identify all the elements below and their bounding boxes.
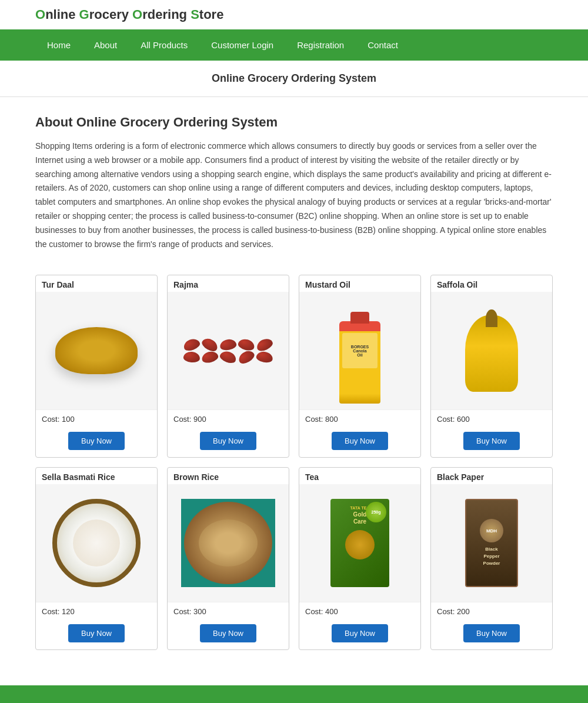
- buy-btn-row-tea: Buy Now: [299, 621, 420, 649]
- rajma-bean-9: [236, 348, 256, 366]
- brown-rice-bowl: [184, 502, 272, 584]
- product-image-tur-daal: [36, 292, 157, 409]
- product-name-mustard-oil: Mustard Oil: [299, 275, 420, 292]
- about-title: About Online Grocery Ordering System: [35, 115, 553, 130]
- nav-about[interactable]: About: [82, 29, 129, 61]
- bottle-cap: [350, 312, 369, 324]
- product-cost-rajma: Cost: 900: [168, 409, 289, 428]
- product-card-brown-rice: Brown Rice Cost: 300 Buy Now: [167, 467, 289, 650]
- buy-button-saffola-oil[interactable]: Buy Now: [463, 432, 520, 450]
- product-name-rajma: Rajma: [168, 275, 289, 292]
- product-cost-tea: Cost: 400: [299, 602, 420, 621]
- buy-btn-row-rajma: Buy Now: [168, 428, 289, 457]
- nav-home[interactable]: Home: [35, 29, 82, 61]
- footer: Copyright © All rights reserved: [0, 685, 588, 703]
- buy-btn-row-brown-rice: Buy Now: [168, 621, 289, 649]
- tea-cup: [345, 530, 375, 559]
- product-cost-sella-rice: Cost: 120: [36, 602, 157, 621]
- buy-button-mustard-oil[interactable]: Buy Now: [332, 432, 388, 450]
- rajma-bean-7: [201, 350, 219, 365]
- rice-center: [73, 519, 120, 567]
- product-label-text: BlackPepperPowder: [483, 546, 500, 567]
- nav-all-products[interactable]: All Products: [129, 29, 199, 61]
- rajma-bean-8: [219, 349, 238, 365]
- rajma-bean-10: [256, 351, 274, 364]
- product-image-brown-rice: [168, 484, 289, 602]
- tea-name: GoldCare: [353, 511, 367, 525]
- nav-registration[interactable]: Registration: [285, 29, 356, 61]
- rice-in-bowl: [199, 519, 258, 567]
- buy-btn-row-mustard-oil: Buy Now: [299, 428, 420, 457]
- product-name-saffola-oil: Saffola Oil: [431, 275, 552, 292]
- buy-button-sella-rice[interactable]: Buy Now: [68, 624, 125, 642]
- product-card-black-paper: Black Paper MDH BlackPepperPowder Cost: …: [430, 467, 553, 650]
- product-image-sella-rice: [36, 484, 157, 602]
- buy-btn-row-saffola-oil: Buy Now: [431, 428, 552, 457]
- about-paragraph: Shopping Items ordering is a form of ele…: [35, 139, 553, 251]
- rajma-bean-3: [219, 338, 238, 352]
- tea-badge: 250g: [366, 502, 386, 522]
- buy-btn-row-tur-daal: Buy Now: [36, 428, 157, 457]
- site-title: Online Grocery Ordering Store: [0, 0, 588, 29]
- saffola-bottle-visual: [465, 309, 518, 392]
- title-letter-o2: O: [132, 7, 142, 22]
- title-letter-o: O: [35, 7, 45, 22]
- buy-btn-row-sella-rice: Buy Now: [36, 621, 157, 649]
- rajma-bean-1: [182, 337, 201, 352]
- product-image-mustard-oil: BORGESCanolaOil: [299, 292, 420, 409]
- mustard-bottle-visual: BORGESCanolaOil: [339, 321, 380, 404]
- about-section: About Online Grocery Ordering System Sho…: [0, 97, 588, 269]
- buy-button-brown-rice[interactable]: Buy Now: [200, 624, 256, 642]
- products-grid: Tur Daal Cost: 100 Buy Now Rajma: [0, 269, 588, 668]
- product-name-sella-rice: Sella Basmati Rice: [36, 468, 157, 484]
- product-image-tea: 250g TATA TEA GoldCare: [299, 484, 420, 602]
- product-cost-black-paper: Cost: 200: [431, 602, 552, 621]
- buy-btn-row-black-paper: Buy Now: [431, 621, 552, 649]
- rajma-bean-5: [255, 336, 275, 353]
- title-letter-s: S: [191, 7, 199, 22]
- buy-button-rajma[interactable]: Buy Now: [200, 432, 256, 450]
- bottle-label: BORGESCanolaOil: [342, 333, 377, 368]
- product-image-rajma: [168, 292, 289, 409]
- rajma-visual: [181, 339, 275, 362]
- black-paper-box-visual: MDH BlackPepperPowder: [465, 499, 518, 587]
- rajma-bean-6: [183, 351, 200, 363]
- page-heading: Online Grocery Ordering System: [0, 61, 588, 97]
- product-image-saffola-oil: [431, 292, 552, 409]
- buy-button-tea[interactable]: Buy Now: [332, 624, 388, 642]
- rajma-bean-4: [237, 338, 256, 352]
- product-card-rajma: Rajma Cost: 900 Buy Now: [167, 275, 289, 458]
- product-cost-saffola-oil: Cost: 600: [431, 409, 552, 428]
- product-card-sella-rice: Sella Basmati Rice Cost: 120 Buy Now: [35, 467, 158, 650]
- sella-rice-visual: [52, 499, 141, 587]
- product-cost-mustard-oil: Cost: 800: [299, 409, 420, 428]
- brand-logo-area: MDH: [480, 519, 503, 542]
- product-name-black-paper: Black Paper: [431, 468, 552, 484]
- buy-button-tur-daal[interactable]: Buy Now: [68, 432, 125, 450]
- product-cost-brown-rice: Cost: 300: [168, 602, 289, 621]
- main-nav: Home About All Products Customer Login R…: [0, 29, 588, 61]
- rajma-bean-2: [200, 336, 219, 354]
- product-name-tur-daal: Tur Daal: [36, 275, 157, 292]
- product-cost-tur-daal: Cost: 100: [36, 409, 157, 428]
- buy-button-black-paper[interactable]: Buy Now: [463, 624, 520, 642]
- product-card-saffola-oil: Saffola Oil Cost: 600 Buy Now: [430, 275, 553, 458]
- product-name-brown-rice: Brown Rice: [168, 468, 289, 484]
- product-image-black-paper: MDH BlackPepperPowder: [431, 484, 552, 602]
- bottle-neck: [486, 309, 497, 327]
- tur-daal-visual: [55, 327, 138, 374]
- nav-customer-login[interactable]: Customer Login: [199, 29, 285, 61]
- product-card-tea: Tea 250g TATA TEA GoldCare Cost: 400 Buy…: [299, 467, 421, 650]
- product-card-mustard-oil: Mustard Oil BORGESCanolaOil Cost: 800 Bu…: [299, 275, 421, 458]
- product-name-tea: Tea: [299, 468, 420, 484]
- nav-contact[interactable]: Contact: [356, 29, 410, 61]
- product-card-tur-daal: Tur Daal Cost: 100 Buy Now: [35, 275, 158, 458]
- tea-box-visual: 250g TATA TEA GoldCare: [330, 499, 389, 587]
- brown-rice-visual: [181, 499, 275, 587]
- title-letter-g: G: [79, 7, 89, 22]
